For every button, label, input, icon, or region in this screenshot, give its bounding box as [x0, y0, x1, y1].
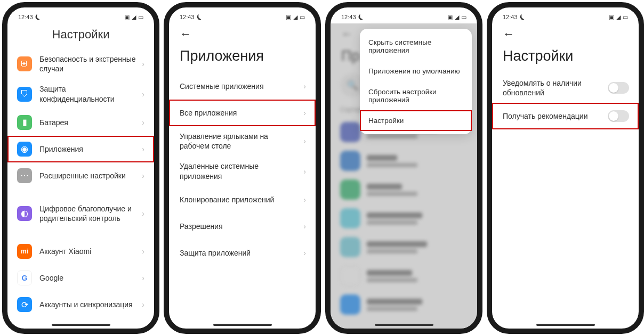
back-button[interactable]: ←: [176, 25, 195, 43]
chevron-right-icon: ›: [303, 137, 306, 145]
item-label: Системные приложения: [180, 81, 299, 91]
home-indicator[interactable]: [375, 324, 433, 326]
item-battery[interactable]: ▮ Батарея ›: [7, 109, 154, 136]
item-label: Удаленные системные приложения: [180, 161, 299, 181]
status-time: 12:43: [503, 14, 518, 20]
phone-all-apps-menu: 12:43 ⏾ ▣ ◢ ▭ ← Пр 🔍 Сортировка по имени…: [325, 2, 482, 334]
item-label: Защита приложений: [180, 248, 299, 258]
alarm-icon: ⏾: [520, 14, 526, 20]
chevron-right-icon: ›: [303, 82, 306, 91]
chevron-right-icon: ›: [142, 90, 144, 99]
item-label: Получать рекомендации: [503, 111, 608, 121]
item-recommendations[interactable]: Получать рекомендации: [492, 103, 639, 129]
chevron-right-icon: ›: [142, 60, 144, 68]
menu-hide-system-apps[interactable]: Скрыть системные приложения: [360, 32, 472, 61]
status-bar: 12:43 ⏾ ▣ ◢ ▭: [169, 7, 316, 23]
wifi-icon: ◢: [616, 14, 621, 21]
item-shortcut-management[interactable]: Управление ярлыками на рабочем столе ›: [169, 126, 316, 156]
chevron-right-icon: ›: [142, 118, 144, 127]
home-indicator[interactable]: [536, 324, 595, 326]
status-bar: 12:43 ⏾ ▣ ◢ ▭: [7, 7, 154, 23]
battery-icon: ▮: [17, 115, 32, 130]
dots-icon: ⋯: [17, 168, 32, 183]
phone-applications: 12:43 ⏾ ▣ ◢ ▭ ← Приложения Системные при…: [164, 2, 321, 334]
item-label: Разрешения: [180, 222, 299, 231]
item-dual-apps[interactable]: Клонирование приложений ›: [169, 186, 316, 213]
camera-icon: ▣: [286, 14, 291, 21]
item-app-protection[interactable]: Защита приложений ›: [169, 240, 316, 266]
wifi-icon: ◢: [455, 14, 459, 21]
context-menu: Скрыть системные приложения Приложения п…: [360, 29, 472, 134]
phone-app-settings: 12:43 ⏾ ▣ ◢ ▭ ← Настройки Уведомлять о н…: [487, 2, 644, 334]
item-label: Безопасность и экстренные случаи: [39, 54, 138, 73]
battery-icon: ▭: [138, 14, 143, 21]
item-applications[interactable]: ◉ Приложения ›: [7, 136, 154, 162]
item-label: Цифровое благополучие и родительский кон…: [39, 204, 138, 223]
phone-settings: 12:43 ⏾ ▣ ◢ ▭ Настройки ⛨ Безопасность и…: [2, 2, 159, 334]
item-label: Приложения: [39, 144, 138, 154]
item-label: Батарея: [39, 118, 138, 127]
item-system-apps[interactable]: Системные приложения ›: [169, 73, 316, 100]
mi-icon: mi: [17, 244, 32, 259]
chevron-right-icon: ›: [142, 209, 144, 218]
chevron-right-icon: ›: [142, 171, 144, 180]
status-time: 12:43: [180, 14, 195, 20]
camera-icon: ▣: [124, 14, 130, 21]
menu-default-apps[interactable]: Приложения по умолчанию: [360, 61, 472, 81]
chevron-right-icon: ›: [303, 222, 306, 231]
header: ←: [492, 23, 639, 45]
wifi-icon: ◢: [132, 14, 136, 21]
home-indicator[interactable]: [52, 324, 110, 326]
item-label: Защита конфиденциальности: [39, 84, 138, 103]
toggle-updates[interactable]: [608, 82, 629, 94]
item-digital-wellbeing[interactable]: ◐ Цифровое благополучие и родительский к…: [7, 199, 154, 228]
chevron-right-icon: ›: [142, 145, 144, 153]
item-update-notifications[interactable]: Уведомлять о наличии обновлений: [492, 73, 639, 103]
wifi-icon: ◢: [293, 14, 297, 21]
page-title: Настройки: [7, 23, 154, 49]
status-time: 12:43: [18, 14, 33, 20]
page-title: Приложения: [169, 45, 316, 73]
apps-icon: ◉: [17, 142, 32, 157]
chevron-right-icon: ›: [142, 247, 144, 256]
home-indicator[interactable]: [213, 324, 272, 326]
item-label: Все приложения: [180, 108, 299, 118]
chevron-right-icon: ›: [142, 300, 144, 309]
item-permissions[interactable]: Разрешения ›: [169, 213, 316, 240]
item-label: Google: [39, 273, 138, 283]
privacy-icon: ◓: [17, 333, 32, 334]
menu-reset-app-prefs[interactable]: Сбросить настройки приложений: [360, 81, 472, 110]
item-label: Управление ярлыками на рабочем столе: [180, 132, 299, 151]
item-deleted-system-apps[interactable]: Удаленные системные приложения ›: [169, 156, 316, 186]
chevron-right-icon: ›: [142, 274, 144, 282]
chevron-right-icon: ›: [303, 109, 306, 117]
item-google[interactable]: G Google ›: [7, 265, 154, 291]
status-bar: 12:43 ⏾ ▣ ◢ ▭: [492, 7, 639, 23]
chevron-right-icon: ›: [303, 249, 306, 257]
header: ←: [169, 23, 316, 45]
item-xiaomi-account[interactable]: mi Аккаунт Xiaomi ›: [7, 238, 154, 265]
item-confidentiality[interactable]: ◓ Конфиденциальность ›: [7, 327, 154, 334]
item-label: Аккаунт Xiaomi: [39, 247, 138, 256]
item-advanced-settings[interactable]: ⋯ Расширенные настройки ›: [7, 162, 154, 189]
toggle-recommendations[interactable]: [608, 110, 629, 122]
shield-icon: ⛨: [17, 56, 32, 71]
wellbeing-icon: ◐: [17, 206, 32, 221]
status-time: 12:43: [341, 14, 356, 20]
battery-icon: ▭: [623, 14, 628, 21]
status-bar: 12:43 ⏾ ▣ ◢ ▭: [331, 7, 477, 23]
item-accounts-sync[interactable]: ⟳ Аккаунты и синхронизация ›: [7, 291, 154, 318]
back-button[interactable]: ←: [500, 25, 518, 43]
item-all-apps[interactable]: Все приложения ›: [169, 100, 316, 126]
alarm-icon: ⏾: [358, 14, 364, 20]
lock-icon: ⛉: [17, 87, 32, 102]
item-security-emergency[interactable]: ⛨ Безопасность и экстренные случаи ›: [7, 49, 154, 79]
alarm-icon: ⏾: [35, 14, 41, 20]
battery-icon: ▭: [300, 14, 305, 21]
item-privacy-protection[interactable]: ⛉ Защита конфиденциальности ›: [7, 79, 154, 109]
menu-settings[interactable]: Настройки: [360, 110, 472, 131]
alarm-icon: ⏾: [197, 14, 203, 20]
camera-icon: ▣: [447, 14, 453, 21]
item-label: Расширенные настройки: [39, 171, 138, 181]
item-label: Аккаунты и синхронизация: [39, 300, 138, 309]
